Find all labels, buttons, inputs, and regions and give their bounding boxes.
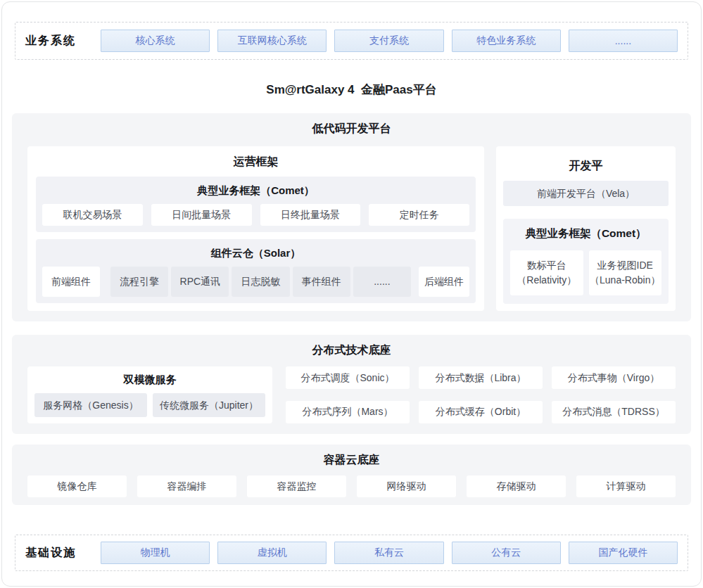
container-cloud-title: 容器云底座 (27, 453, 676, 468)
node-mars-sequence: 分布式序列（Mars） (286, 401, 410, 423)
node-libra-data: 分布式数据（Libra） (419, 366, 543, 389)
node-luna-robin-ide: 业务视图IDE （Luna-Robin） (589, 250, 662, 295)
distributed-section: 分布式技术底座 双模微服务 服务网格（Genesis） 传统微服务（Jupite… (12, 335, 691, 434)
dual-mode-node-row: 服务网格（Genesis） 传统微服务（Jupiter） (34, 393, 265, 417)
node-business-ellipsis: ...... (569, 30, 678, 52)
node-container-orchestration: 容器编排 (137, 475, 236, 497)
infrastructure-strip: 基础设施 物理机 虚拟机 私有云 公有云 国产化硬件 (15, 535, 688, 571)
container-cloud-node-row: 镜像仓库 容器编排 容器监控 网络驱动 存储驱动 计算驱动 (27, 475, 676, 497)
solar-node-row: 前端组件 流程引擎 RPC通讯 日志脱敏 事件组件 ...... 后端组件 (42, 267, 469, 297)
node-relativity-line2: （Relativity） (517, 273, 576, 288)
dual-mode-microservice-card: 双模微服务 服务网格（Genesis） 传统微服务（Jupiter） (27, 366, 272, 423)
node-vela-frontend-dev-platform: 前端开发平台（Vela） (503, 181, 669, 206)
container-cloud-section: 容器云底座 镜像仓库 容器编排 容器监控 网络驱动 存储驱动 计算驱动 (12, 445, 691, 505)
node-luna-robin-line2: （Luna-Robin） (590, 273, 660, 288)
comet-framework-card: 典型业务框架（Comet） 联机交易场景 日间批量场景 日终批量场景 定时任务 (36, 177, 476, 232)
node-public-cloud: 公有云 (452, 542, 561, 564)
dual-mode-title: 双模微服务 (34, 373, 265, 387)
node-solar-ellipsis: ...... (353, 267, 411, 297)
node-process-engine: 流程引擎 (110, 267, 168, 297)
node-domestic-hardware: 国产化硬件 (569, 542, 678, 564)
infrastructure-label: 基础设施 (25, 546, 93, 561)
node-featured-business-system: 特色业务系统 (452, 30, 561, 52)
node-rpc-communication: RPC通讯 (171, 267, 229, 297)
node-log-masking: 日志脱敏 (232, 267, 289, 297)
node-orbit-cache: 分布式缓存（Orbit） (419, 401, 543, 423)
dev-comet-title: 典型业务框架（Comet） (510, 226, 661, 241)
dev-platform-title: 开发平 (503, 159, 669, 174)
solar-component-card: 组件云仓（Solar） 前端组件 流程引擎 RPC通讯 日志脱敏 事件组件 ..… (36, 239, 476, 303)
lowcode-section: 低代码开发平台 运营框架 典型业务框架（Comet） 联机交易场景 日间批量场景… (12, 113, 691, 321)
node-scheduled-task: 定时任务 (369, 204, 469, 226)
node-payment-system: 支付系统 (334, 30, 443, 52)
distributed-title: 分布式技术底座 (27, 343, 676, 358)
comet-node-row: 联机交易场景 日间批量场景 日终批量场景 定时任务 (42, 204, 469, 226)
node-container-monitoring: 容器监控 (247, 475, 346, 497)
dev-comet-card: 典型业务框架（Comet） 数标平台 （Relativity） 业务视图IDE … (503, 219, 669, 304)
node-frontend-component: 前端组件 (42, 267, 100, 297)
node-network-driver: 网络驱动 (357, 475, 456, 497)
node-online-trading-scenario: 联机交易场景 (42, 204, 143, 226)
node-internet-core-system: 互联网核心系统 (217, 30, 327, 52)
comet-framework-title: 典型业务框架（Comet） (42, 184, 469, 198)
node-sonic-scheduling: 分布式调度（Sonic） (286, 366, 410, 389)
node-relativity-line1: 数标平台 (527, 258, 566, 273)
node-event-component: 事件组件 (293, 267, 350, 297)
operation-framework-title: 运营框架 (36, 155, 476, 170)
solar-component-title: 组件云仓（Solar） (42, 247, 469, 260)
node-virgo-transaction: 分布式事物（Virgo） (552, 366, 676, 389)
node-tdrss-message: 分布式消息（TDRSS） (552, 401, 676, 423)
diagram-frame: 业务系统 核心系统 互联网核心系统 支付系统 特色业务系统 ...... Sm@… (1, 1, 702, 587)
node-compute-driver: 计算驱动 (576, 475, 676, 497)
platform-title: Sm@rtGalaxy 4 金融Paas平台 (2, 82, 701, 98)
node-eod-batch-scenario: 日终批量场景 (260, 204, 361, 226)
node-genesis-service-mesh: 服务网格（Genesis） (34, 393, 147, 417)
node-storage-driver: 存储驱动 (467, 475, 566, 497)
node-daytime-batch-scenario: 日间批量场景 (151, 204, 252, 226)
node-private-cloud: 私有云 (334, 542, 443, 564)
node-luna-robin-line1: 业务视图IDE (597, 258, 653, 273)
operation-framework-card: 运营框架 典型业务框架（Comet） 联机交易场景 日间批量场景 日终批量场景 … (27, 146, 484, 311)
lowcode-title: 低代码开发平台 (27, 122, 676, 136)
node-physical-machine: 物理机 (101, 542, 210, 564)
node-backend-component: 后端组件 (419, 267, 469, 297)
business-systems-label: 业务系统 (25, 34, 93, 49)
dev-platform-card: 开发平 前端开发平台（Vela） 典型业务框架（Comet） 数标平台 （Rel… (496, 146, 676, 311)
business-systems-strip: 业务系统 核心系统 互联网核心系统 支付系统 特色业务系统 ...... (15, 22, 688, 60)
node-relativity-data-platform: 数标平台 （Relativity） (510, 250, 583, 295)
node-core-system: 核心系统 (101, 30, 210, 52)
node-virtual-machine: 虚拟机 (217, 542, 327, 564)
lowcode-body: 运营框架 典型业务框架（Comet） 联机交易场景 日间批量场景 日终批量场景 … (27, 146, 676, 311)
node-jupiter-traditional-microservice: 传统微服务（Jupiter） (153, 393, 265, 417)
distributed-body: 双模微服务 服务网格（Genesis） 传统微服务（Jupiter） 分布式调度… (27, 366, 676, 423)
distributed-node-grid: 分布式调度（Sonic） 分布式数据（Libra） 分布式事物（Virgo） 分… (286, 366, 676, 423)
dev-comet-node-row: 数标平台 （Relativity） 业务视图IDE （Luna-Robin） (510, 250, 661, 295)
node-image-registry: 镜像仓库 (27, 475, 127, 497)
